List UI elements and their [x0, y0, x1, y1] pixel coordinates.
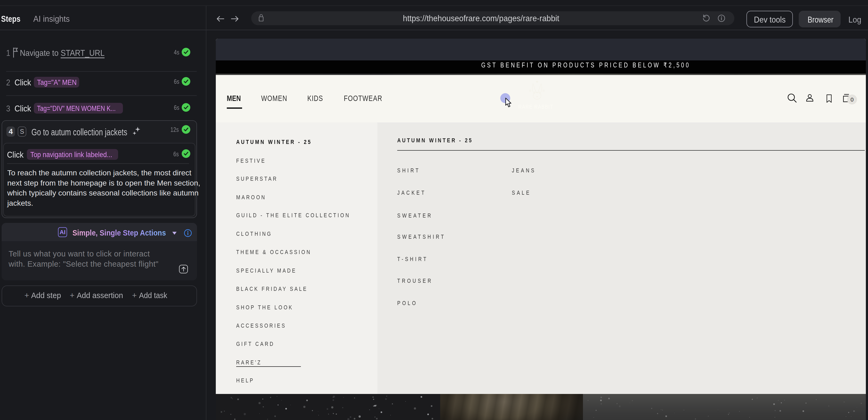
- svg-text:R: R: [543, 89, 545, 92]
- svg-text:R: R: [529, 89, 531, 92]
